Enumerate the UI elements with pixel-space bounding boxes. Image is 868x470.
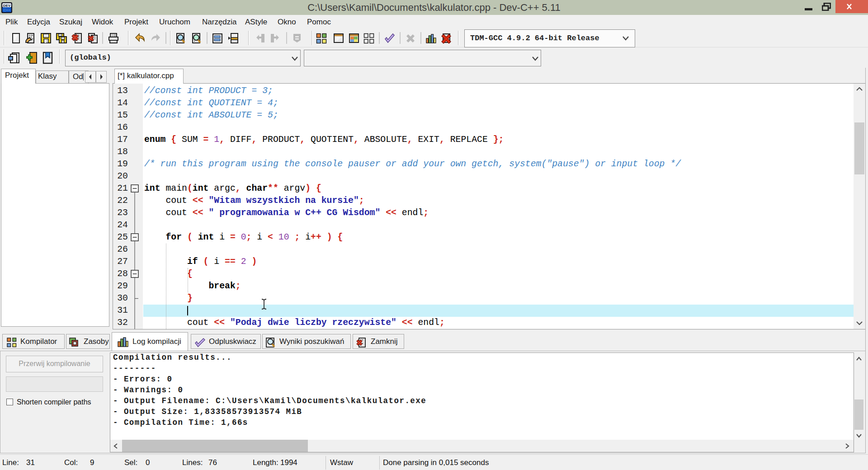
- svg-text:DEV: DEV: [3, 4, 11, 8]
- svg-text:C++: C++: [3, 8, 10, 12]
